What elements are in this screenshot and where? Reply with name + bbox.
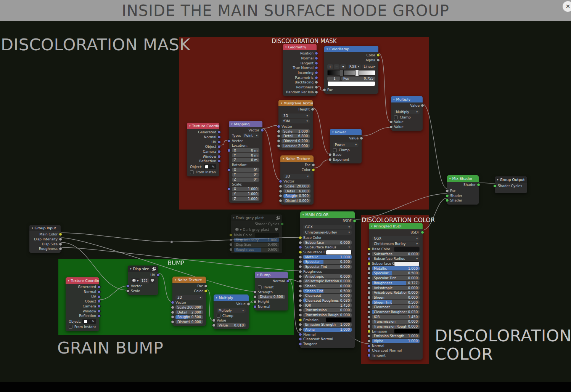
bsdf-output-socket[interactable] xyxy=(353,219,356,223)
normal-input-socket[interactable] xyxy=(253,305,257,308)
collapse-icon[interactable]: ▾ xyxy=(497,178,499,181)
subsurface-color-input-socket[interactable] xyxy=(367,262,371,266)
emission-strength-input-socket[interactable] xyxy=(367,334,371,338)
ior-input-socket[interactable] xyxy=(367,315,371,318)
fac-input-socket[interactable] xyxy=(323,88,326,91)
metallic-slider[interactable]: Metallic1.000 xyxy=(372,266,420,270)
position-output-socket[interactable] xyxy=(315,52,318,55)
alpha-input-socket[interactable] xyxy=(367,339,371,343)
sheen-slider[interactable]: Sheen0.000 xyxy=(303,284,352,288)
scale-input-socket[interactable] xyxy=(171,306,174,309)
metallic-input-socket[interactable] xyxy=(367,267,371,270)
subsurface-radius-dropdown[interactable]: Subsurface Radius▾ xyxy=(372,256,420,261)
multiply-node-header[interactable]: ▾Multiply xyxy=(391,96,423,102)
color-output-socket[interactable] xyxy=(376,54,380,57)
shader-cycles-output-socket[interactable] xyxy=(280,222,284,226)
x-slider[interactable]: X0° xyxy=(232,168,259,172)
x-slider[interactable]: X0 m xyxy=(232,148,259,152)
tangent-input-socket[interactable] xyxy=(299,342,302,346)
roughness-input-socket[interactable] xyxy=(279,194,282,198)
stop-index-field[interactable]: 1 xyxy=(327,77,340,81)
shader-cycles-input-socket[interactable] xyxy=(493,184,497,188)
subsurface-color-color-swatch[interactable] xyxy=(326,250,352,255)
tangent-input-socket[interactable] xyxy=(367,354,371,357)
normal-input-socket[interactable] xyxy=(299,333,302,336)
fac-output-socket[interactable] xyxy=(204,285,207,288)
uv-output-socket[interactable] xyxy=(156,274,160,277)
subsurface-radius-input-socket[interactable] xyxy=(299,246,302,249)
main-color-bsdf-node-header[interactable]: ▾MAIN COLOR xyxy=(300,211,355,218)
clearcoat-normal-input-socket[interactable] xyxy=(367,349,371,352)
incoming-output-socket[interactable] xyxy=(315,71,318,75)
base-input-socket[interactable] xyxy=(328,153,332,157)
specular-slider[interactable]: Specular0.500 xyxy=(372,271,420,275)
y-slider[interactable]: Y0° xyxy=(232,173,259,177)
roughness-output-socket[interactable] xyxy=(59,247,62,251)
fac-output-socket[interactable] xyxy=(312,163,315,167)
detail-input-socket[interactable] xyxy=(279,189,282,193)
reroute-node[interactable] xyxy=(170,241,173,243)
metallic-input-socket[interactable] xyxy=(299,255,302,259)
clearcoat-input-socket[interactable] xyxy=(367,306,371,309)
metallic-slider[interactable]: Metallic1.000 xyxy=(303,255,352,259)
object-output-socket[interactable] xyxy=(97,300,101,303)
normal-input-socket[interactable] xyxy=(367,344,371,347)
alpha-input-socket[interactable] xyxy=(299,328,302,331)
emission-color-swatch[interactable] xyxy=(394,329,420,334)
scale-slider[interactable]: Scale1.000 xyxy=(281,129,310,133)
generated-output-socket[interactable] xyxy=(217,131,221,134)
bump-node-header[interactable]: ▾Bump xyxy=(255,272,288,278)
sheen-tint-slider[interactable]: Sheen Tint0.500 xyxy=(372,300,420,304)
shader-input-socket[interactable] xyxy=(446,194,449,197)
ramp-handle-white[interactable] xyxy=(355,70,359,76)
roughness-input-socket[interactable] xyxy=(171,315,174,319)
texture-coordinate-grain-node[interactable]: ▾Texture CoordinateGeneratedNormalUVObje… xyxy=(66,277,99,331)
collapse-icon[interactable]: ▾ xyxy=(32,227,33,230)
main-color-bsdf-node[interactable]: ▾MAIN COLORBSDFGGX▾Christensen-Burley▾Ba… xyxy=(300,211,355,348)
reflection-output-socket[interactable] xyxy=(217,160,221,163)
vector-input-socket[interactable] xyxy=(277,125,280,128)
clamp-checkbox[interactable] xyxy=(333,148,337,152)
x-input-socket[interactable] xyxy=(227,149,231,152)
shader-input-socket[interactable] xyxy=(446,199,449,202)
fac-input-socket[interactable] xyxy=(446,189,449,193)
disp-size-group-node[interactable]: ▾Disp sizeUV▾scale122VectorScale xyxy=(128,266,158,295)
value-input-socket[interactable] xyxy=(212,319,216,322)
bump-node[interactable]: ▾BumpNormalInvertStrengthDistance0.300He… xyxy=(255,272,288,310)
color-output-socket[interactable] xyxy=(312,168,315,172)
y-slider[interactable]: Y0 m xyxy=(232,153,259,157)
exponent-input-socket[interactable] xyxy=(328,158,332,161)
noise-texture-grain-node-header[interactable]: ▾Noise Texture xyxy=(172,277,206,283)
dimension-slider[interactable]: Dimension0.200 xyxy=(281,139,310,143)
lacunarity-input-socket[interactable] xyxy=(277,144,280,147)
node-editor-canvas[interactable]: ▾GeometryPositionNormalTangentTrue Norma… xyxy=(0,0,571,392)
distortion-slider[interactable]: Distortion0.000 xyxy=(283,198,310,203)
value-input-socket[interactable] xyxy=(389,120,393,124)
pointiness-output-socket[interactable] xyxy=(315,86,318,89)
dark-grey-plast-node-header[interactable]: ▾Dark grey plast xyxy=(231,214,282,221)
group-input-node[interactable]: ▾Group InputMain ColorDisp IntensityDisp… xyxy=(29,225,61,253)
detail-slider[interactable]: Detail6.800 xyxy=(283,189,310,193)
lacunarity-slider[interactable]: Lacunarity2.000 xyxy=(281,144,310,148)
distortion-input-socket[interactable] xyxy=(171,320,174,323)
christensen-burley-dropdown[interactable]: Christensen-Burley▾ xyxy=(372,242,420,246)
group-output-node[interactable]: ▾Group OutputShader Cycles xyxy=(495,176,527,193)
height-output-socket[interactable] xyxy=(311,108,314,111)
emission-strength-input-socket[interactable] xyxy=(299,323,302,326)
interpolation-dropdown[interactable]: Linear▾ xyxy=(362,64,376,69)
texture-coordinate-node[interactable]: ▾Texture CoordinateGeneratedNormalUVObje… xyxy=(187,123,219,176)
detail-input-socket[interactable] xyxy=(277,134,280,138)
object-output-socket[interactable] xyxy=(217,145,221,149)
dark-grey-plast-node[interactable]: ▾Dark grey plastShader Cycles▾Dark grey … xyxy=(231,214,282,253)
fake-user-button[interactable] xyxy=(273,227,279,232)
transmission-roughness-input-socket[interactable] xyxy=(299,314,302,317)
eyedropper-icon[interactable]: ✎ xyxy=(212,165,215,169)
transmission-roughness-slider[interactable]: Transmission Roughness0.000 xyxy=(372,325,420,329)
normal-output-socket[interactable] xyxy=(217,136,221,139)
roughness-slider[interactable]: Roughness0.600 xyxy=(234,248,279,252)
specular-input-socket[interactable] xyxy=(299,260,302,264)
random-per-island-output-socket[interactable] xyxy=(315,90,318,94)
colorramp-node-header[interactable]: ▾ColorRamp xyxy=(324,46,378,52)
stop-position-field[interactable]: Pos0.755 xyxy=(341,77,375,81)
collapse-icon[interactable]: ▾ xyxy=(371,225,373,228)
